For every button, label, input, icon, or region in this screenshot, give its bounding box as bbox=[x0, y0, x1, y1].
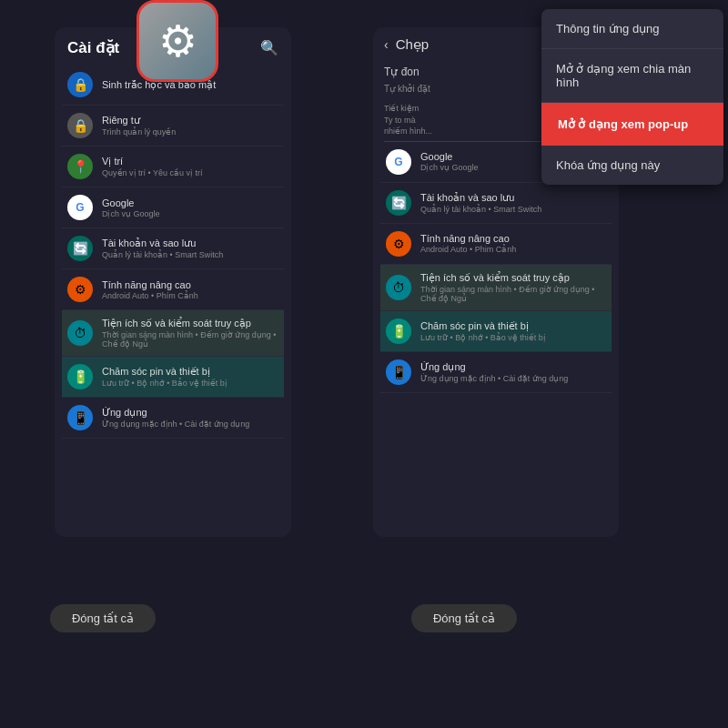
battery-text: Chăm sóc pin và thiết bị Lưu trữ • Bộ nh… bbox=[102, 366, 278, 388]
r-apps-icon: 📱 bbox=[386, 359, 411, 385]
list-item[interactable]: 📱 Ứng dụng Ứng dụng mặc định • Cài đặt ứ… bbox=[62, 398, 284, 439]
r-advanced-icon: ⚙ bbox=[386, 231, 411, 257]
list-item[interactable]: 🔋 Chăm sóc pin và thiết bị Lưu trữ • Bộ … bbox=[62, 357, 284, 398]
privacy-icon: 🔒 bbox=[67, 113, 93, 138]
battery-subtitle: Lưu trữ • Bộ nhớ • Bảo vệ thiết bị bbox=[102, 379, 278, 388]
apps-subtitle: Ứng dụng mặc định • Cài đặt ứng dụng bbox=[102, 420, 278, 429]
google-title: Google bbox=[102, 197, 278, 208]
battery-icon: 🔋 bbox=[67, 364, 93, 389]
r-account-text: Tài khoản và sao lưu Quản lý tài khoản •… bbox=[420, 192, 606, 214]
privacy-title: Riêng tư bbox=[102, 115, 278, 126]
account-text: Tài khoản và sao lưu Quản lý tài khoản •… bbox=[102, 238, 278, 259]
gear-icon: ⚙ bbox=[158, 15, 197, 66]
r-advanced-title: Tính năng nâng cao bbox=[420, 233, 606, 244]
list-item[interactable]: ⏱ Tiện ích số và kiểm soát truy cập Thời… bbox=[62, 310, 284, 357]
r-account-title: Tài khoản và sao lưu bbox=[420, 192, 606, 204]
list-item[interactable]: ⏱ Tiện ích số và kiểm soát truy cập Thời… bbox=[380, 265, 612, 311]
r-digital-text: Tiện ích số và kiểm soát truy cập Thời g… bbox=[420, 272, 606, 303]
privacy-text: Riêng tư Trình quản lý quyền bbox=[102, 115, 278, 136]
settings-list: 🔒 Sinh trắc học và bảo mật 🔒 Riêng tư Tr… bbox=[55, 65, 291, 439]
context-menu-popup-view[interactable]: Mở ở dạng xem pop-up bbox=[541, 103, 723, 146]
gear-box: ⚙ bbox=[136, 0, 218, 82]
list-item[interactable]: ⚙ Tính năng nâng cao Android Auto • Phim… bbox=[380, 224, 612, 265]
r-digital-icon: ⏱ bbox=[386, 275, 411, 300]
digital-icon: ⏱ bbox=[67, 320, 93, 346]
list-item[interactable]: 🔄 Tài khoản và sao lưu Quản lý tài khoản… bbox=[62, 228, 284, 269]
apps-text: Ứng dụng Ứng dụng mặc định • Cài đặt ứng… bbox=[102, 407, 278, 429]
r-google-icon: G bbox=[386, 149, 411, 175]
account-icon: 🔄 bbox=[67, 236, 93, 261]
gear-app-icon-overlay: ⚙ bbox=[136, 0, 218, 82]
app-name: Chẹp bbox=[396, 36, 430, 53]
list-item[interactable]: ⚙ Tính năng nâng cao Android Auto • Phím… bbox=[62, 269, 284, 310]
r-apps-text: Ứng dụng Ứng dụng mặc định • Cài đặt ứng… bbox=[420, 361, 606, 383]
location-title: Vị trí bbox=[102, 156, 278, 167]
account-title: Tài khoản và sao lưu bbox=[102, 238, 278, 249]
r-advanced-subtitle: Android Auto • Phim Cảnh bbox=[420, 245, 606, 254]
r-apps-title: Ứng dụng bbox=[420, 361, 606, 373]
r-digital-subtitle: Thời gian sáng màn hình • Đếm giờ ứng dụ… bbox=[420, 285, 606, 303]
r-account-icon: 🔄 bbox=[386, 190, 411, 216]
list-item[interactable]: 📍 Vị trí Quyền vị trí • Yêu cầu vị trí bbox=[62, 147, 284, 187]
digital-title: Tiện ích số và kiểm soát truy cập bbox=[102, 318, 278, 329]
context-menu-app-info[interactable]: Thông tin ứng dụng bbox=[541, 9, 723, 49]
battery-title: Chăm sóc pin và thiết bị bbox=[102, 366, 278, 378]
r-battery-icon: 🔋 bbox=[386, 318, 411, 344]
digital-subtitle: Thời gian sáng màn hình • Đếm giờ ứng dụ… bbox=[102, 330, 278, 349]
advanced-subtitle: Android Auto • Phím Cảnh bbox=[102, 291, 278, 300]
left-half: Cài đặt 🔍 🔒 Sinh trắc học và bảo mật 🔒 R… bbox=[0, 0, 364, 728]
advanced-icon: ⚙ bbox=[67, 277, 93, 302]
close-all-button-right[interactable]: Đóng tất cả bbox=[411, 604, 517, 632]
google-subtitle: Dịch vụ Google bbox=[102, 209, 278, 218]
right-half: ‹ Chẹp Tự đon Tự khởi đặt Tiết kiệm Ty t… bbox=[364, 0, 728, 728]
r-digital-title: Tiện ích số và kiểm soát truy cập bbox=[420, 272, 606, 284]
location-subtitle: Quyền vị trí • Yêu cầu vị trí bbox=[102, 168, 278, 177]
google-text: Google Dịch vụ Google bbox=[102, 197, 278, 218]
search-icon[interactable]: 🔍 bbox=[260, 39, 278, 56]
digital-text: Tiện ích số và kiểm soát truy cập Thời g… bbox=[102, 318, 278, 349]
list-item[interactable]: G Google Dịch vụ Google bbox=[62, 187, 284, 228]
settings-title: Cài đặt bbox=[67, 38, 119, 57]
close-all-button-left[interactable]: Đóng tất cả bbox=[50, 604, 156, 632]
r-battery-title: Chăm sóc pin và thiết bị bbox=[420, 320, 606, 332]
apps-icon: 📱 bbox=[67, 405, 93, 430]
back-button[interactable]: ‹ bbox=[384, 37, 389, 52]
advanced-text: Tính năng nâng cao Android Auto • Phím C… bbox=[102, 279, 278, 300]
r-advanced-text: Tính năng nâng cao Android Auto • Phim C… bbox=[420, 233, 606, 254]
list-item[interactable]: 🔒 Riêng tư Trình quản lý quyền bbox=[62, 106, 284, 147]
context-menu-split-screen[interactable]: Mở ở dạng xem chia màn hình bbox=[541, 49, 723, 103]
r-battery-subtitle: Lưu trữ • Bộ nhớ • Bảo vệ thiết bị bbox=[420, 333, 606, 342]
screen-container: Cài đặt 🔍 🔒 Sinh trắc học và bảo mật 🔒 R… bbox=[0, 0, 728, 728]
context-menu: Thông tin ứng dụng Mở ở dạng xem chia mà… bbox=[541, 9, 723, 185]
biometrics-icon: 🔒 bbox=[67, 72, 93, 97]
account-subtitle: Quản lý tài khoản • Smart Switch bbox=[102, 250, 278, 259]
context-menu-lock-app[interactable]: Khóa ứng dụng này bbox=[541, 146, 723, 185]
location-text: Vị trí Quyền vị trí • Yêu cầu vị trí bbox=[102, 156, 278, 177]
privacy-subtitle: Trình quản lý quyền bbox=[102, 127, 278, 136]
list-item[interactable]: 🔄 Tài khoản và sao lưu Quản lý tài khoản… bbox=[380, 183, 612, 224]
location-icon: 📍 bbox=[67, 154, 93, 179]
apps-title: Ứng dụng bbox=[102, 407, 278, 419]
r-battery-text: Chăm sóc pin và thiết bị Lưu trữ • Bộ nh… bbox=[420, 320, 606, 342]
list-item[interactable]: 🔋 Chăm sóc pin và thiết bị Lưu trữ • Bộ … bbox=[380, 311, 612, 352]
r-apps-subtitle: Ứng dụng mặc định • Cài đặt ứng dụng bbox=[420, 374, 606, 383]
google-icon: G bbox=[67, 195, 93, 220]
left-phone-screen: Cài đặt 🔍 🔒 Sinh trắc học và bảo mật 🔒 R… bbox=[55, 27, 291, 537]
advanced-title: Tính năng nâng cao bbox=[102, 279, 278, 290]
r-account-subtitle: Quản lý tài khoản • Smart Switch bbox=[420, 205, 606, 214]
list-item[interactable]: 📱 Ứng dụng Ứng dụng mặc định • Cài đặt ứ… bbox=[380, 352, 612, 393]
